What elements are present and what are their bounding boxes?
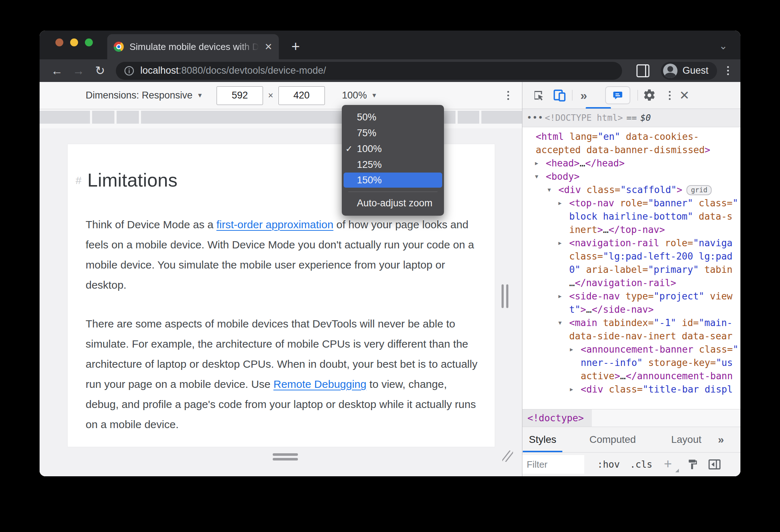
tree-line-text: active>…</announcement-bann xyxy=(522,370,733,383)
zoom-option-100[interactable]: ✓100% xyxy=(342,141,444,157)
tree-line[interactable]: ▼<main tabindex="-1" id="main- xyxy=(522,316,740,330)
site-info-icon[interactable] xyxy=(124,65,135,76)
tree-line-text: inert>…</top-nav> xyxy=(522,223,665,237)
device-toolbar-menu-button[interactable] xyxy=(504,91,513,100)
zoom-value: 100% xyxy=(342,90,367,101)
tab-search-chevron-icon[interactable]: ⌄ xyxy=(719,40,727,52)
toggle-class-button[interactable]: .cls xyxy=(630,459,653,470)
collapse-arrow-icon[interactable]: ▼ xyxy=(558,316,562,330)
tree-line[interactable]: ▶<announcement-banner class=" xyxy=(522,343,740,356)
first-order-approximation-link[interactable]: first-order approximation xyxy=(217,219,334,230)
inspected-node-bar[interactable]: ••• <!DOCTYPE html> == $0 xyxy=(522,109,740,127)
feedback-button[interactable] xyxy=(605,86,630,104)
tree-line[interactable]: <html lang="en" data-cookies- xyxy=(522,130,740,143)
devtools-pane: » ✕ ••• <!DOCTYPE html> == $ xyxy=(522,82,740,476)
more-tabs-chevrons-icon[interactable]: » xyxy=(718,434,724,446)
more-panels-chevrons-icon[interactable]: » xyxy=(580,88,586,102)
tree-line[interactable]: inert>…</top-nav> xyxy=(522,223,740,237)
resize-handle-right[interactable] xyxy=(502,284,508,308)
expand-dots[interactable]: ••• xyxy=(527,113,543,123)
resize-handle-bottom[interactable] xyxy=(273,453,298,460)
new-style-rule-button[interactable]: + xyxy=(664,457,677,472)
tree-line-text: <announcement-banner class=" xyxy=(522,343,738,356)
zoom-option-label: 125% xyxy=(357,159,382,170)
toggle-device-toolbar-icon[interactable] xyxy=(553,88,567,102)
expand-arrow-icon[interactable]: ▶ xyxy=(570,343,573,356)
collapse-arrow-icon[interactable]: ▼ xyxy=(535,170,538,183)
tree-line-text: data-side-nav-inert data-sear xyxy=(522,330,733,343)
tree-line-text: <body> xyxy=(522,170,580,183)
remote-debugging-link[interactable]: Remote Debugging xyxy=(273,378,367,390)
dom-tree[interactable]: <html lang="en" data-cookies-accepted da… xyxy=(522,127,740,409)
tree-line[interactable]: data-side-nav-inert data-sear xyxy=(522,330,740,343)
paragraph-1: Think of Device Mode as a first-order ap… xyxy=(86,215,479,295)
device-mode-pane: Dimensions: Responsive ▼ 592 × 420 100% … xyxy=(40,82,522,476)
tree-line[interactable]: active>…</announcement-bann xyxy=(522,370,740,383)
tab-close-icon[interactable]: ✕ xyxy=(264,42,272,51)
browser-tab[interactable]: Simulate mobile devices with D ✕ xyxy=(107,34,279,59)
expand-arrow-icon[interactable]: ▶ xyxy=(558,290,562,303)
browser-menu-button[interactable] xyxy=(724,66,733,75)
devtools-menu-button[interactable] xyxy=(665,91,674,100)
window-controls xyxy=(55,38,93,46)
expand-arrow-icon[interactable]: ▶ xyxy=(558,197,562,210)
expand-arrow-icon[interactable]: ▶ xyxy=(558,237,562,250)
profile-button[interactable]: Guest xyxy=(661,62,717,80)
settings-gear-icon[interactable] xyxy=(643,89,656,102)
tree-line[interactable]: block hairline-bottom" data-s xyxy=(522,210,740,223)
zoom-dropdown[interactable]: 100% ▼ xyxy=(342,90,377,101)
width-input[interactable]: 592 xyxy=(217,86,263,105)
zoom-option-75[interactable]: 75% xyxy=(342,125,444,141)
collapse-arrow-icon[interactable]: ▼ xyxy=(548,183,551,197)
zoom-option-150[interactable]: 150% xyxy=(344,173,442,188)
toggle-hover-state-button[interactable]: :hov xyxy=(597,459,620,470)
height-input[interactable]: 420 xyxy=(278,86,325,105)
tree-line[interactable]: ▼<body> xyxy=(522,170,740,183)
tree-line[interactable]: …</navigation-rail> xyxy=(522,276,740,290)
tree-line[interactable]: ▶<head>…</head> xyxy=(522,157,740,170)
forward-button[interactable]: → xyxy=(69,65,88,77)
tree-line[interactable]: 0" aria-label="primary" tabin xyxy=(522,263,740,276)
back-button[interactable]: ← xyxy=(47,65,66,77)
expand-arrow-icon[interactable]: ▶ xyxy=(535,157,538,170)
dimensions-dropdown[interactable]: Dimensions: Responsive ▼ xyxy=(86,90,203,101)
tree-line[interactable]: ▶<top-nav role="banner" class=" xyxy=(522,197,740,210)
inspect-element-icon[interactable] xyxy=(532,89,545,102)
filter-input[interactable]: Filter xyxy=(522,455,584,474)
side-panel-icon[interactable] xyxy=(636,64,649,77)
toolbar-divider xyxy=(638,90,638,101)
resize-handle-corner[interactable] xyxy=(502,450,513,462)
new-tab-button[interactable]: + xyxy=(291,39,300,54)
tree-line[interactable]: nner--info" storage-key="us xyxy=(522,356,740,370)
heading-anchor-hash[interactable]: # xyxy=(76,174,82,187)
tab-layout[interactable]: Layout xyxy=(665,434,708,445)
tree-line[interactable]: t">…</side-nav> xyxy=(522,303,740,316)
tree-line[interactable]: class="lg:pad-left-200 lg:pad xyxy=(522,250,740,263)
address-bar[interactable]: localhost:8080/docs/devtools/device-mode… xyxy=(116,62,622,80)
tab-computed[interactable]: Computed xyxy=(583,434,642,445)
tree-line[interactable]: ▶<navigation-rail role="naviga xyxy=(522,237,740,250)
reload-button[interactable]: ↻ xyxy=(91,65,109,77)
expand-arrow-icon[interactable]: ▶ xyxy=(570,383,573,396)
tab-styles[interactable]: Styles xyxy=(522,434,563,445)
grid-badge[interactable]: grid xyxy=(686,185,712,195)
auto-adjust-zoom-option[interactable]: Auto-adjust zoom xyxy=(342,196,444,211)
tree-line[interactable]: accepted data-banner-dismissed> xyxy=(522,143,740,157)
tab-strip: Simulate mobile devices with D ✕ + ⌄ xyxy=(40,31,740,59)
width-presets-bar[interactable] xyxy=(40,109,522,128)
tree-line[interactable]: ▶<div class="title-bar displ xyxy=(522,383,740,396)
toggle-sidebar-icon[interactable] xyxy=(708,459,721,470)
tree-line[interactable]: ▼<div class="scaffold">grid xyxy=(522,183,740,197)
zoom-option-label: 75% xyxy=(357,128,376,139)
zoom-option-50[interactable]: 50% xyxy=(342,109,444,125)
minimize-window-button[interactable] xyxy=(70,38,78,46)
doctype-crumb[interactable]: <!doctype> xyxy=(522,409,592,427)
avatar-icon xyxy=(663,64,677,78)
tree-line[interactable]: ▶<side-nav type="project" view xyxy=(522,290,740,303)
maximize-window-button[interactable] xyxy=(85,38,93,46)
close-window-button[interactable] xyxy=(55,38,63,46)
zoom-option-125[interactable]: 125% xyxy=(342,157,444,173)
doctype-node-label: <!DOCTYPE html> xyxy=(545,113,623,123)
paint-format-icon[interactable] xyxy=(687,459,698,470)
close-devtools-icon[interactable]: ✕ xyxy=(679,88,690,102)
